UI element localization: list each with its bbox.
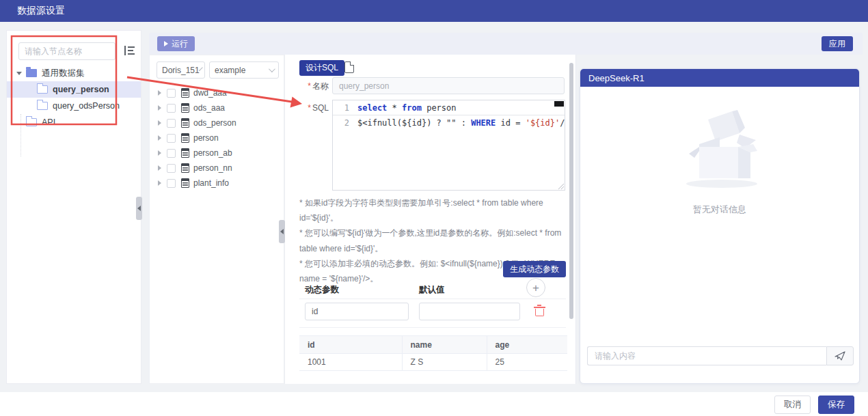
editor-resize-handle[interactable] (557, 182, 564, 189)
empty-box-illustration (668, 105, 771, 192)
table-icon (181, 118, 189, 128)
tree-item-dataset-root[interactable]: 通用数据集 (7, 65, 141, 81)
table-list-item[interactable]: person_ab (150, 145, 284, 161)
tables-panel-collapse-handle[interactable] (279, 220, 285, 243)
hint-line: * 如果id字段为字符串类型则需要加单引号:select * from tabl… (299, 195, 567, 225)
table-icon (181, 103, 189, 113)
table-icon (181, 133, 189, 143)
run-button-label: 运行 (172, 38, 188, 50)
copy-icon[interactable] (344, 61, 354, 73)
add-param-button[interactable]: + (526, 278, 545, 297)
apply-button[interactable]: 应用 (822, 36, 853, 51)
caret-down-icon[interactable] (16, 72, 22, 75)
caret-right-icon[interactable] (158, 150, 161, 156)
code-line: 1 select * from person (333, 100, 565, 115)
divider (299, 299, 566, 299)
caret-right-icon[interactable] (158, 120, 161, 126)
chevron-down-icon (269, 66, 275, 72)
result-column-header: age (487, 336, 567, 354)
datasource-settings-window: 数据源设置 通用数据集 query_person query_odsPerson (0, 0, 868, 416)
table-list-item[interactable]: person_nn (150, 161, 284, 176)
left-panel-collapse-handle[interactable] (136, 197, 142, 220)
folder-icon (26, 118, 37, 126)
ai-chat-panel: DeepSeek-R1 暂无对话信息 (580, 68, 860, 384)
play-icon (164, 41, 168, 46)
table-checkbox[interactable] (167, 134, 176, 143)
node-tree: 通用数据集 query_person query_odsPerson API (7, 65, 141, 130)
table-list-item[interactable]: ods_person (150, 115, 284, 130)
folder-icon (37, 102, 48, 110)
sql-code-editor[interactable]: 1 select * from person 2 $<ifnull(${id})… (332, 100, 565, 191)
empty-chat-message: 暂无对话信息 (580, 204, 859, 216)
name-field-label: *名称 (290, 81, 329, 92)
database-select[interactable]: example (209, 61, 279, 79)
collapse-all-icon[interactable] (124, 46, 135, 55)
result-column-header: id (299, 336, 402, 354)
name-input[interactable] (332, 77, 565, 94)
chat-empty-state: 暂无对话信息 (580, 105, 859, 216)
tree-item-query-odsperson[interactable]: query_odsPerson (7, 98, 141, 114)
code-line: 2 $<ifnull(${id}) ? "" : WHERE id = '${i… (333, 115, 565, 130)
paper-plane-icon (835, 351, 845, 361)
caret-right-icon[interactable] (158, 90, 161, 96)
table-checkbox[interactable] (167, 179, 176, 188)
param-name-input[interactable] (305, 303, 409, 320)
dynamic-param-column-header: 动态参数 (305, 284, 339, 296)
datasource-select[interactable]: Doris_151 (157, 61, 205, 79)
window-titlebar: 数据源设置 (0, 0, 868, 22)
table-checkbox[interactable] (167, 119, 176, 128)
table-list: dwd_aaa ods_aaa ods_person person (150, 85, 284, 191)
tree-item-api[interactable]: API (7, 114, 141, 130)
result-cell: Z S (402, 354, 487, 371)
chat-panel-header: DeepSeek-R1 (580, 69, 859, 87)
caret-right-icon[interactable] (158, 105, 161, 111)
line-number: 2 (333, 115, 349, 130)
chat-message-input[interactable] (587, 346, 826, 365)
table-icon (181, 163, 189, 173)
table-checkbox[interactable] (167, 89, 176, 98)
tree-item-label: query_odsPerson (53, 101, 120, 111)
table-list-item[interactable]: plant_info (150, 176, 284, 191)
folder-icon (26, 69, 37, 77)
caret-right-icon[interactable] (158, 165, 161, 171)
chat-input-row (587, 346, 854, 365)
hint-line: * 您可以编写'${id}'做为一个参数,这里id是参数的名称。例如:selec… (299, 225, 567, 255)
tree-item-query-person[interactable]: query_person (7, 81, 141, 98)
param-default-input[interactable] (419, 303, 520, 320)
database-select-value: example (215, 66, 245, 75)
table-list-item[interactable]: ods_aaa (150, 100, 284, 115)
toolbar: 运行 应用 (149, 33, 863, 55)
tree-item-label: 通用数据集 (42, 68, 85, 79)
table-checkbox[interactable] (167, 149, 176, 158)
sql-design-panel: 设计SQL *名称 *SQL 1 select * from person 2 … (284, 55, 576, 384)
result-column-header: name (402, 336, 487, 354)
code-content: $<ifnull(${id}) ? "" : WHERE id = '${id}… (349, 115, 565, 130)
table-icon (181, 148, 189, 158)
main-panel-scrollbar[interactable] (569, 63, 573, 319)
chat-model-title: DeepSeek-R1 (588, 73, 645, 83)
table-list-item[interactable]: dwd_aaa (150, 85, 284, 100)
caret-right-icon[interactable] (158, 135, 161, 141)
editor-scrollbar-thumb[interactable] (554, 101, 564, 107)
generate-dynamic-params-button[interactable]: 生成动态参数 (503, 261, 566, 277)
default-value-column-header: 默认值 (419, 284, 445, 296)
folder-icon (37, 85, 48, 94)
table-icon (181, 178, 189, 188)
table-list-item[interactable]: person (150, 130, 284, 145)
line-number: 1 (333, 100, 349, 115)
result-cell: 25 (487, 354, 567, 371)
node-search-input[interactable] (18, 42, 116, 60)
run-button[interactable]: 运行 (157, 36, 195, 51)
table-checkbox[interactable] (167, 164, 176, 173)
code-content: select * from person (349, 100, 457, 115)
datasource-select-value: Doris_151 (162, 66, 200, 75)
caret-right-icon[interactable] (158, 180, 161, 186)
cancel-button[interactable]: 取消 (774, 396, 811, 414)
query-result-table: id name age 1001 Z S 25 (299, 335, 567, 371)
save-button[interactable]: 保存 (818, 396, 854, 414)
design-sql-button[interactable]: 设计SQL (299, 60, 344, 76)
send-message-button[interactable] (826, 346, 854, 365)
table-checkbox[interactable] (167, 104, 176, 113)
footer-bar: 取消 保存 (0, 392, 868, 416)
delete-param-icon[interactable] (535, 306, 544, 316)
